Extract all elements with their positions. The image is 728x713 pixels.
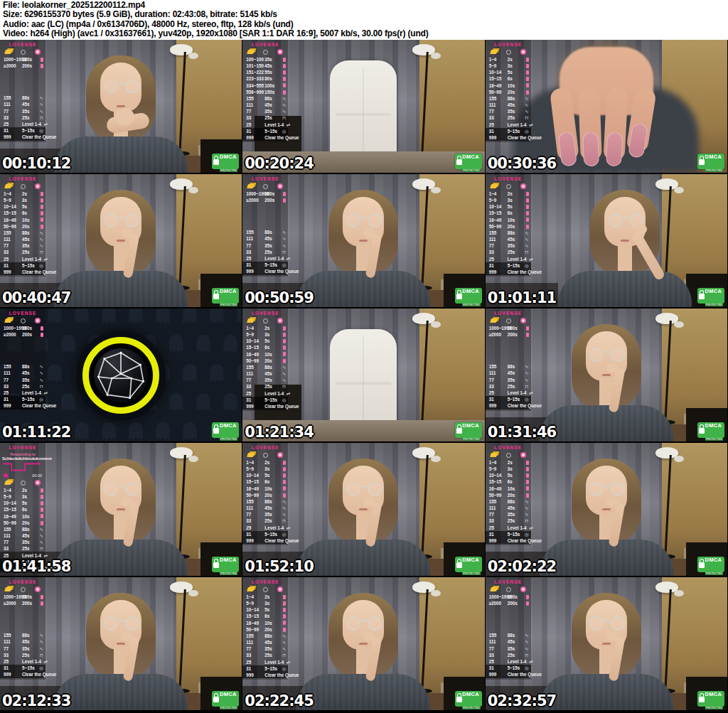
- vibration-pattern-icon: ∿: [525, 364, 528, 370]
- tip-menu-row: 11145s∿: [486, 505, 531, 511]
- ghost-icon: [59, 333, 77, 355]
- tip-menu-row: 3325s⊓: [0, 250, 46, 256]
- video-thumbnail: LOVENSE 1~42s5~93s10~145s15~156s16~4910s…: [242, 443, 485, 577]
- floor-lamp: [410, 44, 441, 156]
- sweater: [296, 540, 430, 576]
- tip-menu-row: 25Level 1-4⇄: [0, 658, 46, 665]
- tip-menu-rows: 1000~1999180s≥2000200s15588s∿11145s∿7735…: [486, 594, 531, 678]
- dmca-badge: DMCA PROTECTED: [455, 422, 482, 438]
- toy-level-icon: [283, 461, 286, 465]
- tip-menu-row: 5~93s: [486, 63, 531, 69]
- lovense-tip-menu: LOVENSE 1000~1999180s≥2000200s15588s∿111…: [0, 40, 46, 142]
- ghost-icon: [221, 392, 240, 413]
- sweater: [540, 405, 673, 441]
- tip-menu-row: 15588s∿: [486, 632, 531, 638]
- toy-level-icon: [526, 601, 529, 606]
- tip-menu-row: 15588s∿: [0, 230, 46, 236]
- dmca-badge: DMCA PROTECTED: [212, 288, 239, 304]
- tip-menu-row: 7735s∿: [0, 645, 46, 652]
- vibration-pattern-icon: ⊓: [282, 518, 286, 524]
- dmca-badge: DMCA PROTECTED: [697, 557, 724, 572]
- tip-menu-row: 25Level 1-4⇄: [0, 390, 46, 396]
- tip-menu-row: 15~156s: [486, 210, 531, 217]
- timestamp-overlay: 01:41:58: [2, 558, 70, 575]
- dmca-title: DMCA: [705, 422, 722, 429]
- tip-menu-row: 5~93s: [0, 493, 46, 500]
- toy-icon: [277, 183, 283, 189]
- vibration-pattern-icon: ∿: [282, 505, 286, 511]
- dmca-title: DMCA: [462, 288, 479, 294]
- toy-level-icon: [41, 326, 43, 331]
- vibration-pattern-icon: ∿: [40, 243, 43, 249]
- ghost-icon: [181, 309, 199, 326]
- vibration-pattern-icon: ∿: [282, 512, 286, 518]
- hand: [635, 224, 647, 235]
- dmca-title: DMCA: [462, 557, 479, 563]
- lovense-logo: LOVENSE: [0, 579, 46, 584]
- video-thumbnail: LOVENSE 1000~1999180s≥2000200s15588s∿111…: [0, 40, 242, 174]
- toy-level-icon: [41, 601, 43, 606]
- toy-icon: [520, 318, 526, 323]
- vibration-wave-icon: [2, 461, 42, 473]
- dmca-subtitle: PROTECTED: [220, 438, 237, 441]
- ghost-icon: [154, 421, 172, 441]
- toy-level-icon: [283, 614, 286, 618]
- tip-menu-row: 5~93s: [486, 197, 531, 203]
- tip-menu-row: 999Clear the Queue: [242, 403, 288, 409]
- toy-level-icon: [526, 77, 529, 81]
- vibration-pattern-icon: ⊓: [40, 115, 43, 121]
- lovense-tip-menu: LOVENSE 1~42s5~93s10~145s15~156s16~4910s…: [486, 40, 531, 142]
- tip-menu-rows: 1~42s5~93s10~145s15~156s16~4910s50~9920s…: [486, 56, 531, 141]
- tip-menu-row: 50~9920s: [486, 492, 531, 498]
- tip-menu-row: 334~555100s: [242, 82, 288, 89]
- tip-menu-row: 25Level 1-4⇄: [0, 121, 46, 127]
- lock-icon: [455, 154, 463, 169]
- vibration-pattern-icon: ∿: [282, 243, 286, 249]
- dmca-title: DMCA: [462, 691, 479, 697]
- hand: [121, 228, 132, 238]
- dmca-title: DMCA: [220, 154, 237, 160]
- tip-menu-row: 25Level 1-4⇄: [242, 255, 288, 262]
- tip-menu-row: ≥2000200s: [0, 600, 46, 606]
- tip-menu-row: 999Clear the Queue: [486, 672, 531, 678]
- cam-site-logo: [76, 331, 166, 420]
- tip-menu-row: 11145s∿: [0, 370, 46, 377]
- ghost-icon: [235, 363, 242, 384]
- toy-level-icon: [526, 192, 529, 196]
- ghost-icon: [100, 421, 118, 441]
- ghost-icon: [46, 363, 64, 384]
- vibration-pattern-icon: ⇄: [529, 122, 532, 128]
- tip-menu-row: 315~15s◎: [486, 128, 531, 134]
- dmca-subtitle: PROTECTED: [462, 707, 480, 709]
- vibration-pattern-icon: ◎: [525, 263, 529, 269]
- ghost-icon: [235, 309, 242, 326]
- toy-level-icon: [526, 198, 529, 203]
- tip-menu-rows: 1000~1999180s≥2000200s15588s∿11145s∿7735…: [486, 325, 531, 409]
- tip-menu-row: 315~15s◎: [242, 397, 288, 403]
- vibration-pattern-icon: ⊓: [40, 384, 43, 390]
- lovense-logo: LOVENSE: [486, 42, 531, 47]
- menu-header-icons: [486, 183, 531, 191]
- video-thumbnail: LOVENSE 1000~1999180s≥2000200s15588s∿111…: [486, 309, 728, 443]
- dmca-title: DMCA: [220, 422, 237, 429]
- glasses: [589, 616, 626, 633]
- vibration-pattern-icon: ∿: [525, 370, 528, 376]
- vibration-pattern-icon: ∿: [40, 95, 43, 101]
- tip-menu-row: 3325s⊓: [486, 115, 531, 122]
- dmca-subtitle: PROTECTED: [462, 304, 480, 306]
- dmca-subtitle: PROTECTED: [462, 169, 480, 172]
- tip-menu-row: 7735s∿: [0, 243, 46, 250]
- clock-icon: [21, 50, 26, 55]
- toy-level-icon: [526, 326, 529, 331]
- tip-menu-row: 3325s⊓: [486, 652, 531, 658]
- vibration-pattern-icon: ∿: [40, 633, 43, 638]
- tip-menu-row: 11145s∿: [0, 236, 46, 242]
- menu-header-icons: [0, 183, 46, 191]
- tip-menu-row: 15~156s: [242, 479, 288, 486]
- tip-menu-row: 1~42s: [486, 56, 531, 63]
- toy-level-icon: [41, 58, 43, 62]
- menu-header-icons: [242, 586, 288, 594]
- toy-level-icon: [41, 205, 43, 209]
- dmca-badge: DMCA PROTECTED: [697, 288, 724, 304]
- sweater: [540, 674, 673, 710]
